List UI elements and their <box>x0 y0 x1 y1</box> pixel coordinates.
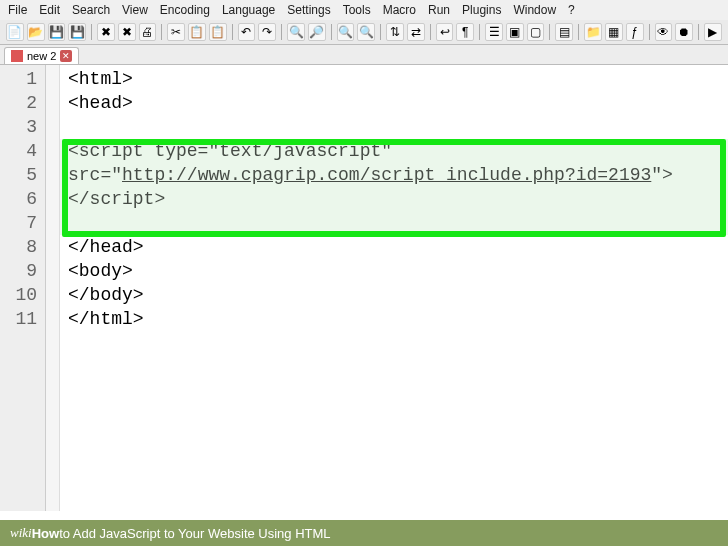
menu-edit[interactable]: Edit <box>39 3 60 17</box>
toolbar-separator <box>430 24 431 40</box>
doc-map-icon[interactable]: ▦ <box>605 23 623 41</box>
wrap-icon[interactable]: ↩ <box>436 23 454 41</box>
zoom-out-icon[interactable]: 🔍 <box>357 23 375 41</box>
unfold-icon[interactable]: ▢ <box>527 23 545 41</box>
caption-bar: wikiHow to Add JavaScript to Your Websit… <box>0 520 728 546</box>
code-line-7[interactable] <box>60 211 728 235</box>
line-number: 1 <box>0 67 37 91</box>
replace-icon[interactable]: 🔎 <box>308 23 326 41</box>
func-list-icon[interactable]: ƒ <box>626 23 644 41</box>
code-area[interactable]: <html><head><script type="text/javascrip… <box>60 65 728 511</box>
toolbar-separator <box>331 24 332 40</box>
close-tab-icon[interactable]: ✕ <box>60 50 72 62</box>
code-line-8[interactable]: </head> <box>60 235 728 259</box>
open-file-icon[interactable]: 📂 <box>27 23 45 41</box>
line-number: 6 <box>0 187 37 211</box>
redo-icon[interactable]: ↷ <box>258 23 276 41</box>
file-icon <box>11 50 23 62</box>
folder-icon[interactable]: 📁 <box>584 23 602 41</box>
fold-column <box>46 65 60 511</box>
toolbar-separator <box>649 24 650 40</box>
line-number: 4 <box>0 139 37 163</box>
save-all-icon[interactable]: 💾 <box>68 23 86 41</box>
line-number-gutter: 1234567891011 <box>0 65 46 511</box>
close-all-icon[interactable]: ✖ <box>118 23 136 41</box>
tab-bar: new 2 ✕ <box>0 45 728 65</box>
menu-q[interactable]: ? <box>568 3 575 17</box>
line-number: 8 <box>0 235 37 259</box>
record-icon[interactable]: ⏺ <box>675 23 693 41</box>
toolbar-separator <box>479 24 480 40</box>
toolbar-separator <box>161 24 162 40</box>
line-number: 2 <box>0 91 37 115</box>
toolbar-separator <box>91 24 92 40</box>
code-line-9[interactable]: <body> <box>60 259 728 283</box>
code-line-5[interactable]: src="http://www.cpagrip.com/script_inclu… <box>60 163 728 187</box>
sync-h-icon[interactable]: ⇄ <box>407 23 425 41</box>
menu-search[interactable]: Search <box>72 3 110 17</box>
menu-plugins[interactable]: Plugins <box>462 3 501 17</box>
toolbar-separator <box>578 24 579 40</box>
editor-area: 1234567891011 <html><head><script type="… <box>0 65 728 511</box>
menu-encoding[interactable]: Encoding <box>160 3 210 17</box>
toolbar-separator <box>232 24 233 40</box>
all-chars-icon[interactable]: ¶ <box>456 23 474 41</box>
code-line-4[interactable]: <script type="text/javascript" <box>60 139 728 163</box>
menu-macro[interactable]: Macro <box>383 3 416 17</box>
line-number: 5 <box>0 163 37 187</box>
hide-lines-icon[interactable]: ▤ <box>555 23 573 41</box>
cut-icon[interactable]: ✂ <box>167 23 185 41</box>
toolbar-separator <box>380 24 381 40</box>
code-line-11[interactable]: </html> <box>60 307 728 331</box>
toolbar-separator <box>698 24 699 40</box>
save-icon[interactable]: 💾 <box>48 23 66 41</box>
line-number: 3 <box>0 115 37 139</box>
toolbar-separator <box>549 24 550 40</box>
menu-bar: FileEditSearchViewEncodingLanguageSettin… <box>0 0 728 20</box>
code-line-10[interactable]: </body> <box>60 283 728 307</box>
code-line-6[interactable]: </script> <box>60 187 728 211</box>
line-number: 10 <box>0 283 37 307</box>
menu-run[interactable]: Run <box>428 3 450 17</box>
copy-icon[interactable]: 📋 <box>188 23 206 41</box>
menu-window[interactable]: Window <box>513 3 556 17</box>
line-number: 9 <box>0 259 37 283</box>
menu-file[interactable]: File <box>8 3 27 17</box>
paste-icon[interactable]: 📋 <box>209 23 227 41</box>
close-icon[interactable]: ✖ <box>97 23 115 41</box>
code-line-2[interactable]: <head> <box>60 91 728 115</box>
tab-new-2[interactable]: new 2 ✕ <box>4 47 79 64</box>
menu-language[interactable]: Language <box>222 3 275 17</box>
play-icon[interactable]: ▶ <box>704 23 722 41</box>
caption-wiki: wiki <box>10 525 32 541</box>
toolbar: 📄📂💾💾✖✖🖨✂📋📋↶↷🔍🔎🔍🔍⇅⇄↩¶☰▣▢▤📁▦ƒ👁⏺▶ <box>0 20 728 45</box>
zoom-in-icon[interactable]: 🔍 <box>337 23 355 41</box>
indent-icon[interactable]: ☰ <box>485 23 503 41</box>
menu-tools[interactable]: Tools <box>343 3 371 17</box>
caption-how: How <box>32 526 59 541</box>
fold-icon[interactable]: ▣ <box>506 23 524 41</box>
new-file-icon[interactable]: 📄 <box>6 23 24 41</box>
tab-label: new 2 <box>27 50 56 62</box>
line-number: 7 <box>0 211 37 235</box>
menu-view[interactable]: View <box>122 3 148 17</box>
find-icon[interactable]: 🔍 <box>287 23 305 41</box>
menu-settings[interactable]: Settings <box>287 3 330 17</box>
print-icon[interactable]: 🖨 <box>139 23 157 41</box>
sync-v-icon[interactable]: ⇅ <box>386 23 404 41</box>
caption-rest: to Add JavaScript to Your Website Using … <box>59 526 330 541</box>
code-line-3[interactable] <box>60 115 728 139</box>
undo-icon[interactable]: ↶ <box>238 23 256 41</box>
line-number: 11 <box>0 307 37 331</box>
monitor-icon[interactable]: 👁 <box>655 23 673 41</box>
code-line-1[interactable]: <html> <box>60 67 728 91</box>
toolbar-separator <box>281 24 282 40</box>
script-src-url: http://www.cpagrip.com/script_include.ph… <box>122 165 651 185</box>
